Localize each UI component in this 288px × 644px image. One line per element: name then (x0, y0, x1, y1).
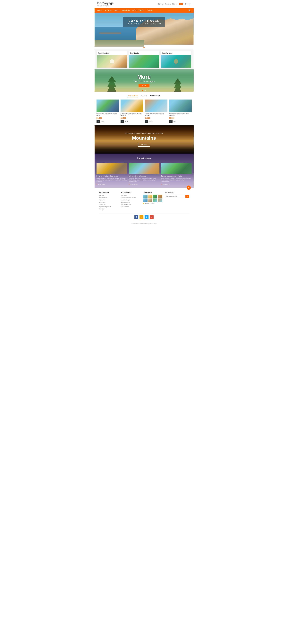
footer-new-products[interactable]: New products (99, 197, 118, 198)
tab-new-arrivals[interactable]: New Arrivals (128, 94, 138, 97)
feature-card-special[interactable]: Special Offers (97, 51, 128, 68)
read-more-1[interactable]: © READ MORE (97, 184, 127, 185)
footer-account-title: My Account (121, 191, 140, 193)
footer-information: Information Specials New products Top se… (99, 191, 118, 210)
hero-ground (95, 40, 144, 46)
follow-img-1 (143, 195, 147, 198)
add-cart-btn-2[interactable]: 🛒 (121, 120, 124, 122)
more-banner-title: More (137, 74, 151, 80)
follow-img-7 (153, 198, 157, 202)
footer-our-stores[interactable]: Our stores (99, 202, 118, 203)
more-link-2[interactable]: more (125, 120, 128, 122)
footer-personal-info[interactable]: My personal info (121, 204, 140, 205)
sitemap-link[interactable]: Sitemap (158, 3, 163, 5)
footer-sitemap[interactable]: Sitemap (99, 208, 118, 210)
social-youtube[interactable]: ▶ (140, 215, 144, 219)
product-name-4: Aurame kertasa maeseles veses milinistys… (169, 113, 192, 116)
more-dot-3[interactable] (145, 90, 146, 91)
hero-overlay: LUXURY TRAVEL JUST GOT A LITTLE BIT CHEA… (123, 17, 165, 27)
follow-img-8 (158, 198, 162, 202)
feature-card-img-special (97, 55, 127, 68)
hero-dot-1[interactable] (142, 47, 143, 48)
footer-pages-config[interactable]: Pages configuration (99, 206, 118, 208)
footer-my-orders[interactable]: My orders (121, 195, 140, 196)
social-twitter[interactable]: t (144, 215, 148, 219)
news-item-body-2: Ketatan ety kert endes asortayse badrays… (129, 177, 159, 183)
lang-currency[interactable]: En ▾ $ ▾ (185, 3, 191, 5)
more-link-1[interactable]: more (101, 120, 104, 122)
product-actions-2: 🛒 more (121, 120, 143, 122)
read-more-3[interactable]: © READ MORE (161, 184, 192, 185)
mountains-more-btn[interactable]: MORE (138, 143, 150, 147)
contact-link[interactable]: Contact (165, 3, 170, 5)
footer-my-account: My Account My orders My merchandise retu… (121, 191, 140, 210)
product-img-1 (97, 100, 119, 112)
feature-card-arrivals[interactable]: New Arrivals (160, 51, 191, 68)
products-section: New Arrivals Popular Best Sellers Keoles… (95, 92, 194, 126)
product-img-4 (169, 100, 192, 112)
nav-myrtle-beach[interactable]: MYRTLE BEACH (133, 10, 144, 11)
feature-card-img-hotels (129, 55, 159, 68)
footer-specials[interactable]: Specials (99, 195, 118, 196)
add-cart-btn-1[interactable]: 🛒 (97, 120, 100, 122)
product-price-3: $1,680 (145, 117, 167, 119)
product-card-2: Certastrame aneras feros muiana deverras… (121, 100, 143, 122)
product-price-1: $1,900 (97, 117, 119, 119)
header: BonVoyage The best travel guide Sitemap … (95, 0, 194, 8)
cart-icon[interactable]: 🛒 2 (179, 3, 183, 5)
more-link-4[interactable]: more (173, 120, 176, 122)
nav-turkey[interactable]: TURKEY (147, 10, 153, 11)
logo[interactable]: BonVoyage (97, 2, 114, 5)
tab-popular[interactable]: Popular (141, 94, 147, 97)
signin-link[interactable]: Sign In (172, 3, 177, 5)
newsletter-subscribe-btn[interactable]: → (185, 195, 189, 198)
logo-tagline: The best travel guide (97, 5, 114, 6)
footer-top-sellers[interactable]: Top sellers (99, 199, 118, 201)
news-section: Latest News Dolores plicabo neiras ertyu… (95, 154, 194, 188)
products-tabs: New Arrivals Popular Best Sellers (97, 94, 192, 97)
footer-vouchers[interactable]: My vouchers (121, 206, 140, 208)
nav-mazatlan[interactable]: MAZATLAN (122, 10, 130, 11)
more-trees-right (172, 78, 184, 92)
nav-aruba[interactable]: ARUBA (97, 10, 103, 11)
footer-merchandise-returns[interactable]: My merchandise returns (121, 197, 140, 198)
product-name-3: Sineras dolor mistyasas kuytas veruyas (145, 113, 167, 116)
news-item-body-3: Cedes asortayt ir badrays konestino riyt… (161, 177, 192, 183)
add-cart-btn-4[interactable]: 🛒 (169, 120, 172, 122)
news-item-2: Letras ertyus miertynas Ketatan ety kert… (129, 163, 159, 185)
read-more-2[interactable]: © READ MORE (129, 184, 159, 185)
nav-florida[interactable]: FLORIDA (105, 10, 112, 11)
facebook-like: 👍 I become a follower (143, 202, 162, 204)
tab-best-sellers[interactable]: Best Sellers (150, 94, 160, 97)
search-icon[interactable]: 🔍 (188, 9, 191, 12)
logo-area: BonVoyage The best travel guide (97, 2, 114, 6)
follow-images-grid (143, 195, 162, 202)
news-grid: Dolores plicabo neiras ertyus Saueratis … (97, 163, 192, 185)
newsletter-input[interactable] (165, 195, 185, 198)
add-cart-btn-3[interactable]: 🛒 (145, 120, 148, 122)
nav-hawaii[interactable]: HAWAII (114, 10, 119, 11)
hero-dot-2[interactable] (144, 47, 144, 48)
social-googleplus[interactable]: g+ (150, 215, 153, 219)
social-facebook[interactable]: f (135, 215, 138, 219)
footer-contact-us[interactable]: Contact us (99, 204, 118, 205)
footer-follow-title: Follow Us (143, 191, 162, 193)
more-button[interactable]: MORE (139, 84, 149, 88)
logo-bold: Bon (97, 2, 103, 5)
mountains-tagline: Chasing Angels or Fleeing Demons, Go to … (125, 132, 163, 134)
hero-pier (100, 32, 121, 34)
social-icons-row: f ▶ t g+ (99, 213, 189, 221)
footer-follow-us: Follow Us 👍 I become a follower (143, 191, 162, 210)
footer-credit-slips[interactable]: My credit slips (121, 199, 140, 201)
more-dot-1[interactable] (142, 90, 143, 91)
product-name-1: Keolestrame aneras dolor ertyse veses (97, 113, 119, 116)
hero-dot-3[interactable] (145, 47, 146, 48)
footer-info-title: Information (99, 191, 118, 193)
more-link-3[interactable]: more (149, 120, 152, 122)
more-dot-2[interactable] (144, 90, 144, 91)
footer-newsletter: Newsletter → ▲ (165, 191, 189, 210)
feature-card-hotels[interactable]: Top Hotels (129, 51, 159, 68)
scroll-top-btn[interactable]: ▲ (187, 186, 191, 190)
footer-addresses[interactable]: My addresses (121, 202, 140, 203)
feature-card-title-arrivals: New Arrivals (161, 51, 191, 55)
